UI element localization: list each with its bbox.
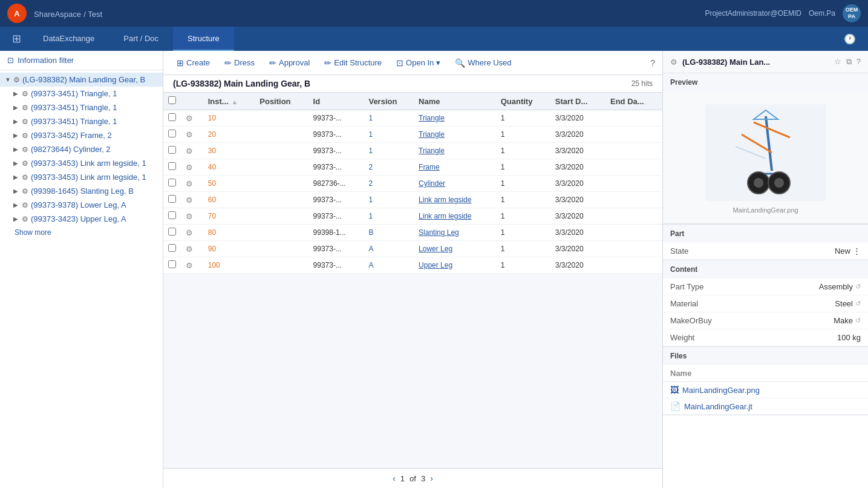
row-name[interactable]: Link arm legside [414, 208, 496, 225]
table-row[interactable]: ⚙ 40 99373-... 2 Frame 1 3/3/2020 [163, 159, 662, 176]
col-position[interactable]: Position [255, 93, 308, 110]
sidebar: ⊡ Information filter ▼ ⚙ (LG-938382) Mai… [0, 51, 163, 488]
row-checkbox[interactable] [168, 260, 176, 268]
table-row[interactable]: ⚙ 60 99373-... 1 Link arm legside 1 3/3/… [163, 192, 662, 208]
part-type-row: Part Type Assembly ↺ [663, 279, 868, 295]
gear-icon: ⚙ [22, 187, 28, 196]
sort-icon: ▲ [232, 99, 238, 105]
row-name[interactable]: Link arm legside [414, 192, 496, 208]
show-more-btn[interactable]: Show more [0, 226, 163, 239]
sidebar-item-linkarm-1[interactable]: ▶ ⚙ (99373-3453) Link arm legside, 1 [0, 156, 163, 170]
table-row[interactable]: ⚙ 100 99373-... A Upper Leg 1 3/3/2020 [163, 257, 662, 274]
col-id[interactable]: Id [308, 93, 364, 110]
row-id: 99373-... [308, 241, 364, 257]
row-checkbox[interactable] [168, 244, 176, 252]
avatar[interactable]: OEMPA [843, 4, 861, 22]
gear-icon: ⚙ [22, 173, 28, 182]
sidebar-item-root[interactable]: ▼ ⚙ (LG-938382) Main Landing Gear, B [0, 73, 163, 87]
create-button[interactable]: ⊞ Create [171, 56, 216, 70]
page-current: 1 [400, 474, 405, 483]
row-name[interactable]: Triangle [414, 127, 496, 143]
panel-copy-icon[interactable]: ⧉ [846, 57, 852, 67]
col-end-date[interactable]: End Da... [605, 93, 662, 110]
row-checkbox[interactable] [168, 211, 176, 219]
sidebar-item-triangle-1[interactable]: ▶ ⚙ (99373-3451) Triangle, 1 [0, 87, 163, 101]
help-icon[interactable]: ? [650, 58, 655, 68]
table-row[interactable]: ⚙ 30 99373-... 1 Triangle 1 3/3/2020 [163, 143, 662, 159]
row-end-date [605, 176, 662, 192]
sidebar-item-cylinder[interactable]: ▶ ⚙ (98273644) Cylinder, 2 [0, 142, 163, 156]
row-checkbox[interactable] [168, 146, 176, 154]
row-quantity: 1 [496, 192, 550, 208]
row-quantity: 1 [496, 159, 550, 176]
filter-icon: ⊡ [7, 56, 14, 65]
sidebar-item-slanting[interactable]: ▶ ⚙ (99398-1645) Slanting Leg, B [0, 184, 163, 198]
tab-data-exchange[interactable]: DataExchange [28, 27, 109, 51]
edit-structure-button[interactable]: ✏ Edit Structure [318, 56, 388, 70]
approval-button[interactable]: ✏ Approval [263, 56, 316, 70]
sidebar-item-upperleg[interactable]: ▶ ⚙ (99373-3423) Upper Leg, A [0, 212, 163, 226]
row-name[interactable]: Frame [414, 159, 496, 176]
landing-gear-svg [705, 104, 826, 201]
panel-star-icon[interactable]: ☆ [834, 57, 841, 67]
row-name[interactable]: Upper Leg [414, 257, 496, 274]
files-section: Files Name 🖼MainLandingGear.png📄MainLand… [663, 347, 868, 415]
makeorbuy-history-icon[interactable]: ↺ [855, 317, 861, 325]
part-type-history-icon[interactable]: ↺ [855, 283, 861, 291]
table-row[interactable]: ⚙ 90 99373-... A Lower Leg 1 3/3/2020 [163, 241, 662, 257]
table-row[interactable]: ⚙ 10 99373-... 1 Triangle 1 3/3/2020 [163, 110, 662, 127]
app-logo[interactable]: A [7, 4, 27, 23]
file-type-icon: 📄 [670, 401, 680, 411]
sidebar-item-lowerleg[interactable]: ▶ ⚙ (99373-9378) Lower Leg, A [0, 198, 163, 212]
state-label: State [670, 246, 835, 256]
col-quantity[interactable]: Quantity [496, 93, 550, 110]
table-row[interactable]: ⚙ 80 99398-1... B Slanting Leg 1 3/3/202… [163, 225, 662, 241]
open-in-button[interactable]: ⊡ Open In ▾ [390, 56, 446, 70]
material-label: Material [670, 299, 835, 308]
row-name[interactable]: Slanting Leg [414, 225, 496, 241]
sidebar-item-linkarm-2[interactable]: ▶ ⚙ (99373-3453) Link arm legside, 1 [0, 170, 163, 184]
row-name[interactable]: Triangle [414, 110, 496, 127]
sidebar-item-frame[interactable]: ▶ ⚙ (99373-3452) Frame, 2 [0, 128, 163, 142]
row-checkbox[interactable] [168, 195, 176, 203]
col-name[interactable]: Name [414, 93, 496, 110]
row-checkbox[interactable] [168, 228, 176, 236]
row-name[interactable]: Triangle [414, 143, 496, 159]
pagination: ‹ 1 of 3 › [163, 468, 662, 488]
prev-page-button[interactable]: ‹ [393, 473, 396, 483]
material-history-icon[interactable]: ↺ [855, 300, 861, 308]
row-name[interactable]: Lower Leg [414, 241, 496, 257]
row-gear-cell: ⚙ [181, 110, 203, 127]
table-row[interactable]: ⚙ 20 99373-... 1 Triangle 1 3/3/2020 [163, 127, 662, 143]
panel-gear-icon: ⚙ [670, 58, 677, 67]
file-row[interactable]: 📄MainLandingGear.jt [663, 398, 868, 415]
grid-menu-icon[interactable]: ⊞ [5, 32, 28, 45]
panel-help-icon[interactable]: ? [857, 57, 861, 67]
row-name[interactable]: Cylinder [414, 176, 496, 192]
row-checkbox[interactable] [168, 113, 176, 121]
table-row[interactable]: ⚙ 50 982736-... 2 Cylinder 1 3/3/2020 [163, 176, 662, 192]
select-all-checkbox[interactable] [168, 96, 176, 104]
col-start-date[interactable]: Start D... [550, 93, 605, 110]
row-checkbox[interactable] [168, 162, 176, 170]
user-email: ProjectAdministrator@OEMID [705, 9, 801, 18]
table-row[interactable]: ⚙ 70 99373-... 1 Link arm legside 1 3/3/… [163, 208, 662, 225]
row-inst: 80 [203, 225, 255, 241]
col-version[interactable]: Version [364, 93, 414, 110]
dress-button[interactable]: ✏ Dress [218, 56, 261, 70]
next-page-button[interactable]: › [430, 473, 433, 483]
information-filter-btn[interactable]: ⊡ Information filter [0, 51, 163, 70]
tab-structure[interactable]: Structure [173, 27, 234, 51]
file-name-cell[interactable]: 📄MainLandingGear.jt [663, 398, 868, 415]
where-used-button[interactable]: 🔍 Where Used [449, 56, 517, 70]
tab-part-doc[interactable]: Part / Doc [109, 27, 173, 51]
file-row[interactable]: 🖼MainLandingGear.png [663, 382, 868, 399]
row-checkbox[interactable] [168, 130, 176, 137]
sidebar-item-triangle-3[interactable]: ▶ ⚙ (99373-3451) Triangle, 1 [0, 114, 163, 128]
col-inst[interactable]: Inst... ▲ [203, 93, 255, 110]
row-checkbox[interactable] [168, 179, 176, 186]
history-icon[interactable]: 🕐 [837, 33, 863, 45]
sidebar-item-triangle-2[interactable]: ▶ ⚙ (99373-3451) Triangle, 1 [0, 101, 163, 114]
file-name-cell[interactable]: 🖼MainLandingGear.png [663, 382, 868, 398]
state-menu-icon[interactable]: ⋮ [853, 246, 861, 256]
